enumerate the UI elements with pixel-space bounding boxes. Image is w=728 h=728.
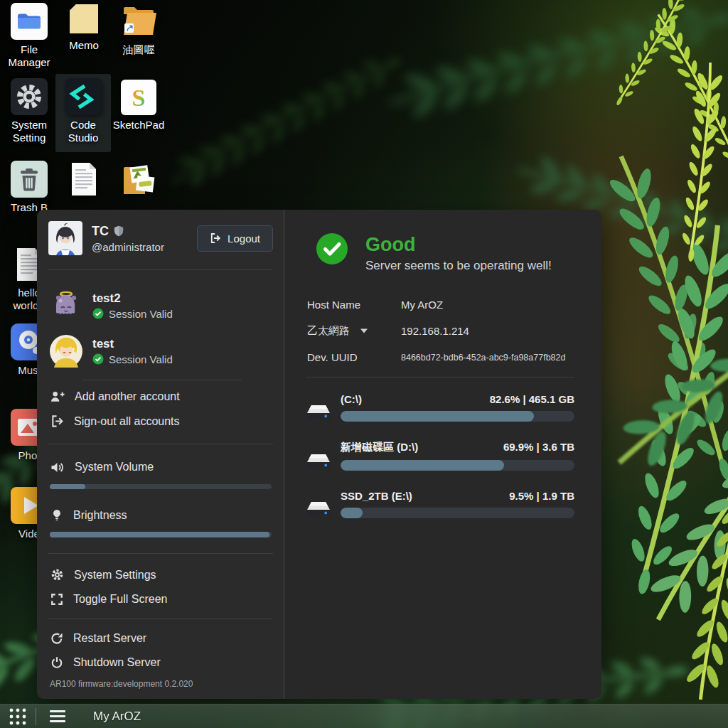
account-info: test2 Session Valid [92,291,173,320]
volume-slider-fill [50,484,85,490]
user-avatar-image [48,221,82,255]
memo-icon [67,1,101,36]
uuid-field: Dev. UUID 8466bd72-bdb6-452a-abc9-fa98a7… [307,351,574,363]
restart-icon [50,632,63,645]
account-row-test2[interactable]: test2 Session Valid [48,283,273,328]
disk-name: 新增磁碟區 (D:\) [341,441,418,454]
desktop-icon-file-manager[interactable]: File Manager [1,3,57,70]
hdd-icon [306,404,331,422]
user-handle: @administrator [92,241,164,253]
trash-icon [11,161,48,198]
uuid-label: Dev. UUID [307,351,358,363]
grid-icon [9,707,27,726]
signout-all-item[interactable]: Sign-out all accounts [48,410,273,433]
current-user-header: TC @administrator Logout [48,220,273,262]
icon-label: Memo [69,39,99,52]
icon-label: SketchPad [113,119,165,132]
user-names: TC @administrator [92,224,164,253]
status-headline: Good [365,234,552,256]
menu-label: Shutdown Server [73,656,161,669]
power-icon [50,656,63,669]
disk-name: SSD_2TB (E:\) [341,490,412,502]
shutdown-server-item[interactable]: Shutdown Server [48,651,273,674]
menu-label: Toggle Full Screen [73,593,168,606]
chevron-down-icon [360,328,368,333]
disk-usage-fill [341,460,504,471]
desktop-icon-trash-bin[interactable]: Trash B [1,161,57,214]
volume-slider[interactable] [50,484,272,490]
disk-usage-fill [341,508,363,518]
brightness-item: Brightness [48,503,273,527]
sign-out-icon [50,414,64,428]
hostname-value: My ArOZ [401,299,443,311]
logout-button[interactable]: Logout [197,225,273,252]
taskbar-title: My ArOZ [93,710,141,724]
hdd-icon [306,453,331,471]
app-grid-button[interactable] [0,705,36,728]
brightness-slider-fill [50,532,269,537]
desktop-icon-memo[interactable]: Memo [56,1,112,52]
divider [48,444,273,444]
menu-button[interactable] [42,705,73,728]
account-row-test[interactable]: test Session Valid [48,328,273,374]
disk-row-c: (C:\) 82.6% | 465.1 GB [306,393,574,422]
account-pane: TC @administrator Logout [37,210,284,699]
logout-label: Logout [228,232,260,245]
disk-usage: 82.6% | 465.1 GB [490,393,574,405]
network-interface-dropdown[interactable]: 乙太網路 [307,324,401,338]
desktop-screen: File Manager Memo 油圖喔 System Setting [0,0,728,728]
firmware-version: AR100 firmware:development 0.2.020 [48,675,273,692]
desktop-icon-text-document[interactable] [56,161,112,201]
disk-row-d: 新增磁碟區 (D:\) 69.9% | 3.6 TB [306,441,574,471]
gear-icon [11,78,48,115]
desktop-icon-sketchpad[interactable]: S SketchPad [111,80,166,132]
disk-usage: 9.5% | 1.9 TB [509,490,574,502]
svg-text:S: S [132,85,146,111]
disk-usage-bar [341,460,574,471]
logout-icon [210,232,221,244]
disk-usage-bar [341,508,574,518]
account-name: test2 [92,291,173,306]
menu-label: Sign-out all accounts [74,415,180,428]
sketchpad-icon: S [121,80,156,115]
volume-icon [50,461,65,474]
restart-server-item[interactable]: Restart Server [48,627,273,650]
status-message: Server seems to be operating well! [365,259,552,273]
add-account-item[interactable]: Add another account [48,385,273,408]
system-settings-item[interactable]: System Settings [48,563,273,587]
icon-label: System Setting [1,119,57,145]
hdd-icon [306,500,331,518]
desktop-icon-code-studio[interactable]: Code Studio [55,74,111,152]
disk-name: (C:\) [341,393,362,405]
system-volume-item: System Volume [48,456,273,479]
divider [306,377,574,378]
system-popover: TC @administrator Logout [37,210,601,699]
server-status-header: Good Server seems to be operating well! [316,232,574,273]
user-plus-icon [50,390,65,403]
brightness-slider[interactable] [50,532,272,537]
menu-label: Restart Server [73,632,146,645]
avatar [48,221,82,255]
toggle-fullscreen-item[interactable]: Toggle Full Screen [48,588,273,611]
hostname-label: Host Name [307,299,360,311]
menu-label: System Volume [75,461,154,473]
code-studio-icon [65,78,102,115]
icon-label: File Manager [1,43,57,70]
gear-icon [50,568,64,582]
icon-label: 油圖喔 [123,43,155,56]
file-manager-icon [11,3,48,40]
menu-label: Brightness [73,509,127,522]
icon-label: Code Studio [55,119,111,145]
document-icon [67,161,101,198]
disk-row-e: SSD_2TB (E:\) 9.5% | 1.9 TB [306,490,574,518]
fullscreen-icon [50,593,63,606]
photos-folder-icon [118,159,159,200]
hostname-field: Host Name My ArOZ [307,299,574,311]
desktop-icon-photos-folder[interactable] [111,159,166,204]
session-status: Session Valid [109,308,173,320]
uuid-value: 8466bd72-bdb6-452a-abc9-fa98a77fb82d [401,353,565,363]
desktop-icon-system-setting[interactable]: System Setting [1,78,57,145]
desktop-icon-shared-folder[interactable]: 油圖喔 [111,0,166,56]
account-name: test [92,337,173,351]
ip-address-value: 192.168.1.214 [401,325,469,337]
